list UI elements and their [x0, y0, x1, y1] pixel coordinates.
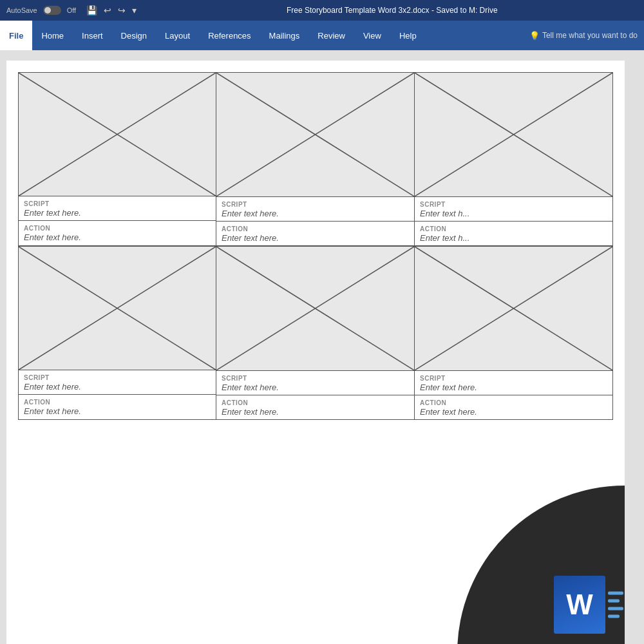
- tab-review[interactable]: Review: [308, 21, 354, 50]
- action-label-1-1: ACTION: [24, 225, 211, 232]
- script-label-1-2: SCRIPT: [222, 201, 409, 208]
- word-line-1: [608, 592, 623, 595]
- title-bar: AutoSave Off 💾 ↩ ↪ ▾ Free Storyboard Tem…: [0, 0, 644, 21]
- ribbon-search[interactable]: 💡 Tell me what you want to do: [529, 21, 638, 50]
- storyboard-cell-2-1: SCRIPT Enter text here. ACTION Enter tex…: [18, 246, 216, 420]
- script-section-1-2: SCRIPT Enter text here.: [216, 196, 414, 221]
- tab-references[interactable]: References: [199, 21, 260, 50]
- search-hint: Tell me what you want to do: [542, 31, 638, 40]
- word-logo: W: [554, 576, 605, 634]
- action-label-1-2: ACTION: [222, 225, 409, 232]
- autosave-toggle[interactable]: [43, 6, 61, 15]
- storyboard-cell-1-1: SCRIPT Enter text here. ACTION Enter tex…: [18, 72, 216, 246]
- customize-icon[interactable]: ▾: [132, 5, 137, 15]
- word-doc-icon: W: [554, 576, 605, 634]
- tab-layout[interactable]: Layout: [156, 21, 199, 50]
- script-text-2-2[interactable]: Enter text here.: [222, 383, 409, 392]
- script-text-1-1[interactable]: Enter text here.: [24, 208, 211, 218]
- document-page: SCRIPT Enter text here. ACTION Enter tex…: [6, 61, 625, 644]
- storyboard-cell-1-2: SCRIPT Enter text here. ACTION Enter tex…: [216, 72, 415, 246]
- script-text-1-3[interactable]: Enter text h...: [420, 209, 607, 218]
- word-doc-lines: [608, 592, 623, 618]
- autosave-state: Off: [67, 6, 76, 14]
- tab-mailings[interactable]: Mailings: [260, 21, 309, 50]
- tab-help[interactable]: Help: [390, 21, 426, 50]
- storyboard-row-2: SCRIPT Enter text here. ACTION Enter tex…: [18, 246, 613, 420]
- script-text-1-2[interactable]: Enter text here.: [222, 209, 409, 218]
- action-label-1-3: ACTION: [420, 225, 607, 232]
- title-bar-controls: AutoSave Off 💾 ↩ ↪ ▾: [6, 5, 139, 15]
- action-section-1-3: ACTION Enter text h...: [415, 221, 612, 245]
- action-section-2-3: ACTION Enter text here.: [415, 395, 612, 419]
- script-label-1-3: SCRIPT: [420, 201, 607, 208]
- script-label-1-1: SCRIPT: [24, 200, 211, 207]
- lightbulb-icon: 💡: [529, 31, 540, 41]
- script-section-2-2: SCRIPT Enter text here.: [216, 370, 414, 395]
- frame-image-1-2: [216, 73, 414, 196]
- word-line-4: [608, 615, 620, 618]
- script-label-2-1: SCRIPT: [24, 374, 211, 381]
- script-section-2-1: SCRIPT Enter text here.: [19, 370, 216, 394]
- frame-image-2-2: [216, 247, 414, 370]
- frame-image-2-3: [415, 247, 612, 370]
- script-label-2-3: SCRIPT: [420, 375, 607, 382]
- tab-home[interactable]: Home: [32, 21, 73, 50]
- frame-image-2-1: [19, 247, 216, 370]
- action-section-2-2: ACTION Enter text here.: [216, 395, 414, 419]
- action-section-1-2: ACTION Enter text here.: [216, 221, 414, 245]
- script-text-2-3[interactable]: Enter text here.: [420, 383, 607, 392]
- storyboard-row-1: SCRIPT Enter text here. ACTION Enter tex…: [18, 72, 613, 246]
- action-label-2-3: ACTION: [420, 399, 607, 406]
- save-icon[interactable]: 💾: [86, 5, 97, 15]
- script-label-2-2: SCRIPT: [222, 375, 409, 382]
- action-section-2-1: ACTION Enter text here.: [19, 394, 216, 419]
- storyboard-cell-2-3: SCRIPT Enter text here. ACTION Enter tex…: [415, 246, 613, 420]
- undo-icon[interactable]: ↩: [104, 5, 111, 15]
- word-line-2: [608, 600, 620, 603]
- action-text-1-1[interactable]: Enter text here.: [24, 232, 211, 242]
- script-section-1-3: SCRIPT Enter text h...: [415, 196, 612, 221]
- tab-view[interactable]: View: [354, 21, 390, 50]
- action-label-2-2: ACTION: [222, 399, 409, 406]
- tab-design[interactable]: Design: [112, 21, 156, 50]
- frame-image-1-3: [415, 73, 612, 196]
- script-section-1-1: SCRIPT Enter text here.: [19, 196, 216, 220]
- window-title: Free Storyboard Template Word 3x2.docx -…: [147, 6, 638, 15]
- word-line-3: [608, 607, 623, 611]
- storyboard-cell-1-3: SCRIPT Enter text h... ACTION Enter text…: [415, 72, 613, 246]
- action-label-2-1: ACTION: [24, 399, 211, 406]
- action-text-2-1[interactable]: Enter text here.: [24, 406, 211, 416]
- storyboard-cell-2-2: SCRIPT Enter text here. ACTION Enter tex…: [216, 246, 415, 420]
- script-text-2-1[interactable]: Enter text here.: [24, 382, 211, 392]
- action-text-2-2[interactable]: Enter text here.: [222, 407, 409, 417]
- script-section-2-3: SCRIPT Enter text here.: [415, 370, 612, 395]
- action-text-2-3[interactable]: Enter text here.: [420, 407, 607, 417]
- ribbon: File Home Insert Design Layout Reference…: [0, 21, 644, 50]
- action-text-1-2[interactable]: Enter text here.: [222, 233, 409, 243]
- tab-insert[interactable]: Insert: [73, 21, 112, 50]
- word-w-letter: W: [566, 591, 593, 619]
- action-section-1-1: ACTION Enter text here.: [19, 220, 216, 245]
- tab-file[interactable]: File: [0, 21, 32, 50]
- autosave-label: AutoSave: [6, 6, 37, 14]
- document-area: SCRIPT Enter text here. ACTION Enter tex…: [0, 50, 644, 644]
- redo-icon[interactable]: ↪: [118, 5, 126, 15]
- action-text-1-3[interactable]: Enter text h...: [420, 233, 607, 243]
- word-logo-overlay: W: [457, 486, 625, 644]
- frame-image-1-1: [19, 73, 216, 196]
